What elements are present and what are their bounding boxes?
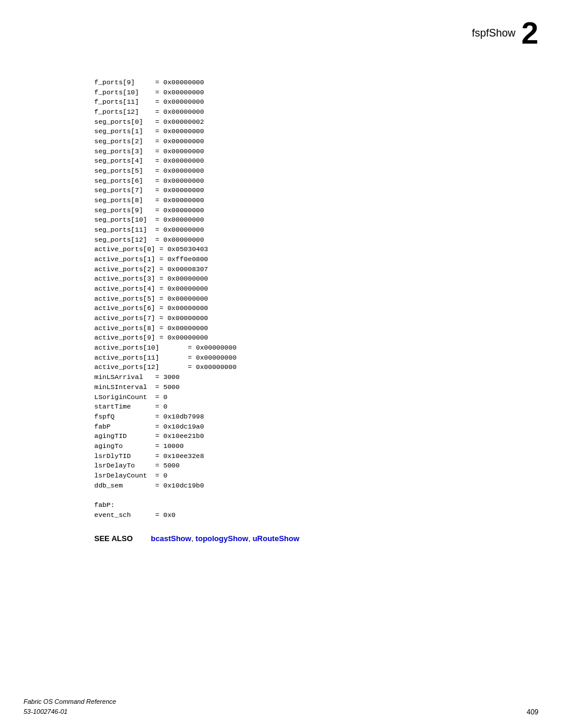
- see-also-links: bcastShow, topologyShow, uRouteShow: [151, 534, 299, 543]
- see-also-link-bcastshow[interactable]: bcastShow: [151, 534, 191, 543]
- see-also-label: SEE ALSO: [94, 534, 141, 543]
- code-block: f_ports[9] = 0x00000000 f_ports[10] = 0x…: [94, 78, 538, 520]
- footer-doc-title: Fabric OS Command Reference: [24, 697, 116, 707]
- page-header: fspfShow 2: [24, 12, 538, 60]
- chapter-number: 2: [521, 18, 538, 48]
- page-footer: Fabric OS Command Reference 53-1002746-0…: [24, 697, 538, 716]
- chapter-title: fspfShow: [472, 27, 515, 39]
- page-container: fspfShow 2 f_ports[9] = 0x00000000 f_por…: [0, 0, 562, 728]
- see-also-link-topologyshow[interactable]: topologyShow: [196, 534, 249, 543]
- content-area: f_ports[9] = 0x00000000 f_ports[10] = 0x…: [24, 78, 538, 543]
- footer-page-number: 409: [527, 708, 538, 716]
- see-also-link-urouteshow[interactable]: uRouteShow: [253, 534, 299, 543]
- footer-left: Fabric OS Command Reference 53-1002746-0…: [24, 697, 116, 716]
- footer-doc-id: 53-1002746-01: [24, 707, 116, 717]
- see-also-section: SEE ALSO bcastShow, topologyShow, uRoute…: [94, 534, 538, 543]
